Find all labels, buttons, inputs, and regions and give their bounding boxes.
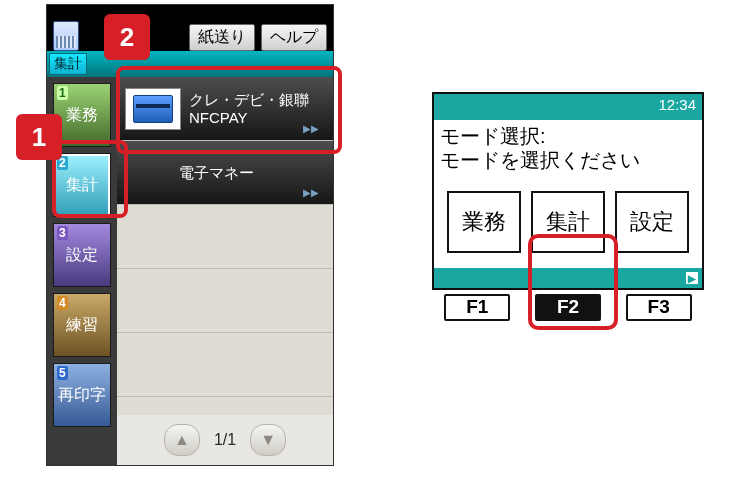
- side-tab-renshuu[interactable]: 4 練習: [53, 293, 111, 357]
- page-down-button[interactable]: ▼: [250, 424, 286, 456]
- clock: 12:34: [658, 96, 696, 113]
- side-tab-saiinji[interactable]: 5 再印字: [53, 363, 111, 427]
- side-tab-label: 集計: [66, 175, 98, 196]
- empty-row: [117, 205, 333, 269]
- row-line2: NFCPAY: [189, 109, 309, 126]
- mode-tag: 集計: [49, 53, 87, 75]
- function-keys: F1 F2 F3: [432, 294, 704, 321]
- chevron-right-icon: ▶▶: [303, 123, 319, 134]
- empty-row: [117, 333, 333, 397]
- row-line1: 電子マネー: [179, 164, 254, 181]
- main-list: クレ・デビ・銀聯 NFCPAY ▶▶ 電子マネー ▶▶ ▲ 1/1 ▼: [117, 77, 333, 465]
- row-line1: クレ・デビ・銀聯: [189, 91, 309, 108]
- empty-row: [117, 269, 333, 333]
- side-tab-num: 4: [57, 296, 68, 310]
- top-bar: 紙送り ヘルプ: [47, 5, 333, 51]
- page-up-button[interactable]: ▲: [164, 424, 200, 456]
- f2-key[interactable]: F2: [535, 294, 601, 321]
- terminal-keypad-screen: 12:34 モード選択: モードを選択ください 業務 集計 設定 ▶ F1 F2…: [432, 92, 704, 321]
- status-bar: 12:34: [434, 94, 702, 120]
- mode-button-gyoumu[interactable]: 業務: [447, 191, 521, 253]
- side-tab-shuukei[interactable]: 2 集計: [53, 153, 111, 217]
- side-tab-num: 5: [57, 366, 68, 380]
- side-tab-label: 練習: [66, 315, 98, 336]
- bottom-bar: ▶: [434, 268, 702, 288]
- callout-1: 1: [16, 114, 62, 160]
- prompt-line1: モード選択:: [440, 124, 696, 148]
- side-tab-label: 再印字: [58, 385, 106, 406]
- side-tab-label: 設定: [66, 245, 98, 266]
- f3-key[interactable]: F3: [626, 294, 692, 321]
- prompt-text: モード選択: モードを選択ください: [434, 120, 702, 176]
- callout-2: 2: [104, 14, 150, 60]
- side-tab-label: 業務: [66, 105, 98, 126]
- page-indicator: 1/1: [214, 431, 236, 449]
- side-tab-num: 1: [57, 86, 68, 100]
- mode-button-settei[interactable]: 設定: [615, 191, 689, 253]
- paper-feed-button[interactable]: 紙送り: [189, 24, 255, 51]
- side-tab-num: 3: [57, 226, 68, 240]
- card-icon: [125, 88, 181, 130]
- mode-button-shuukei[interactable]: 集計: [531, 191, 605, 253]
- terminal-touch-screen: 紙送り ヘルプ 集計 1 業務 2 集計 3 設定 4 練習 5: [46, 4, 334, 466]
- help-button[interactable]: ヘルプ: [261, 24, 327, 51]
- keypad-lcd: 12:34 モード選択: モードを選択ください 業務 集計 設定 ▶: [432, 92, 704, 290]
- next-page-icon[interactable]: ▶: [686, 272, 698, 284]
- mode-menu: 業務 集計 設定: [434, 176, 702, 268]
- menu-row-credit-debit[interactable]: クレ・デビ・銀聯 NFCPAY ▶▶: [117, 77, 333, 141]
- prompt-line2: モードを選択ください: [440, 148, 696, 172]
- chevron-right-icon: ▶▶: [303, 187, 319, 198]
- f1-key[interactable]: F1: [444, 294, 510, 321]
- mode-bar: 集計: [47, 51, 333, 77]
- calculator-icon[interactable]: [53, 21, 79, 51]
- menu-row-emoney[interactable]: 電子マネー ▶▶: [117, 141, 333, 205]
- pager: ▲ 1/1 ▼: [117, 415, 333, 465]
- side-tab-settei[interactable]: 3 設定: [53, 223, 111, 287]
